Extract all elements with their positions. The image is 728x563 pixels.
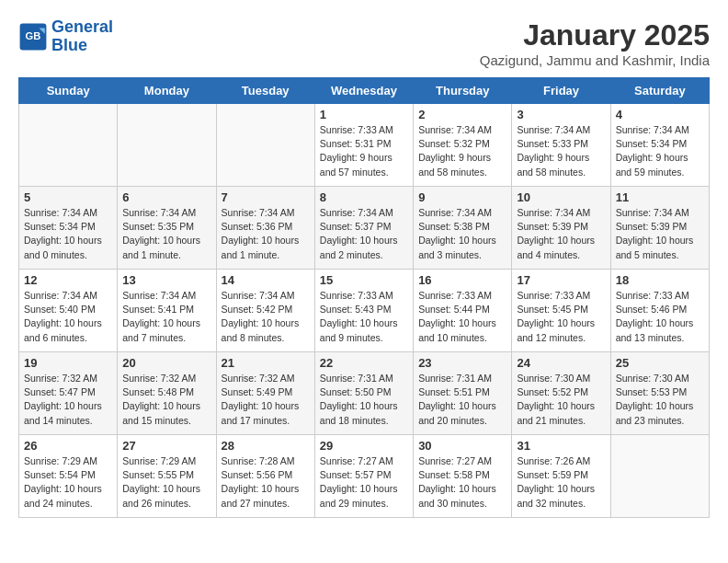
date-number: 29 [320,439,408,453]
date-number: 16 [418,273,506,287]
cell-info: Sunrise: 7:34 AM Sunset: 5:33 PM Dayligh… [517,123,605,179]
table-cell: 5Sunrise: 7:34 AM Sunset: 5:34 PM Daylig… [19,187,118,270]
date-number: 28 [222,439,310,453]
table-cell: 16Sunrise: 7:33 AM Sunset: 5:44 PM Dayli… [414,270,512,352]
cell-info: Sunrise: 7:29 AM Sunset: 5:55 PM Dayligh… [122,454,210,511]
cell-info: Sunrise: 7:27 AM Sunset: 5:57 PM Dayligh… [320,454,408,511]
logo-line1: General [51,17,113,36]
cell-info: Sunrise: 7:34 AM Sunset: 5:39 PM Dayligh… [616,206,704,262]
table-cell: 12Sunrise: 7:34 AM Sunset: 5:40 PM Dayli… [19,270,118,352]
date-number: 9 [418,190,506,204]
cell-info: Sunrise: 7:34 AM Sunset: 5:38 PM Dayligh… [418,206,506,262]
logo-icon: GB [18,22,48,52]
subtitle: Qazigund, Jammu and Kashmir, India [480,52,710,68]
cell-info: Sunrise: 7:33 AM Sunset: 5:31 PM Dayligh… [320,123,408,179]
table-cell: 14Sunrise: 7:34 AM Sunset: 5:42 PM Dayli… [216,270,314,352]
date-number: 3 [517,108,605,121]
cell-info: Sunrise: 7:28 AM Sunset: 5:56 PM Dayligh… [222,454,310,511]
table-cell: 24Sunrise: 7:30 AM Sunset: 5:52 PM Dayli… [512,352,610,435]
table-cell [19,104,118,187]
date-number: 21 [222,356,310,370]
table-cell: 3Sunrise: 7:34 AM Sunset: 5:33 PM Daylig… [512,104,610,187]
cell-info: Sunrise: 7:27 AM Sunset: 5:58 PM Dayligh… [418,454,506,511]
table-cell: 6Sunrise: 7:34 AM Sunset: 5:35 PM Daylig… [118,187,216,270]
table-cell: 31Sunrise: 7:26 AM Sunset: 5:59 PM Dayli… [512,435,610,518]
date-number: 11 [616,190,704,204]
cell-info: Sunrise: 7:30 AM Sunset: 5:53 PM Dayligh… [616,372,704,428]
date-number: 12 [24,273,112,287]
date-number: 20 [122,356,210,370]
cell-info: Sunrise: 7:26 AM Sunset: 5:59 PM Dayligh… [517,454,605,511]
cell-info: Sunrise: 7:33 AM Sunset: 5:45 PM Dayligh… [517,289,605,345]
page-header: GB General Blue January 2025 Qazigund, J… [18,18,710,68]
header-thursday: Thursday [414,78,512,104]
cell-info: Sunrise: 7:34 AM Sunset: 5:32 PM Dayligh… [418,123,506,179]
header-friday: Friday [512,78,610,104]
date-number: 27 [122,439,210,453]
cell-info: Sunrise: 7:34 AM Sunset: 5:34 PM Dayligh… [616,123,704,179]
header-wednesday: Wednesday [314,78,413,104]
table-cell: 29Sunrise: 7:27 AM Sunset: 5:57 PM Dayli… [314,435,413,518]
table-cell: 28Sunrise: 7:28 AM Sunset: 5:56 PM Dayli… [216,435,314,518]
cell-info: Sunrise: 7:34 AM Sunset: 5:41 PM Dayligh… [122,289,210,345]
table-cell: 18Sunrise: 7:33 AM Sunset: 5:46 PM Dayli… [610,270,709,352]
date-number: 14 [222,273,310,287]
date-number: 25 [616,356,704,370]
cell-info: Sunrise: 7:32 AM Sunset: 5:49 PM Dayligh… [222,372,310,428]
cell-info: Sunrise: 7:34 AM Sunset: 5:34 PM Dayligh… [24,206,112,262]
week-row-2: 5Sunrise: 7:34 AM Sunset: 5:34 PM Daylig… [19,187,710,270]
cell-info: Sunrise: 7:31 AM Sunset: 5:51 PM Dayligh… [418,372,506,428]
week-row-1: 1Sunrise: 7:33 AM Sunset: 5:31 PM Daylig… [19,104,710,187]
date-number: 5 [24,190,112,204]
date-number: 17 [517,273,605,287]
table-cell [610,435,709,518]
date-number: 4 [616,108,704,121]
table-cell: 27Sunrise: 7:29 AM Sunset: 5:55 PM Dayli… [118,435,216,518]
cell-info: Sunrise: 7:34 AM Sunset: 5:42 PM Dayligh… [222,289,310,345]
week-row-4: 19Sunrise: 7:32 AM Sunset: 5:47 PM Dayli… [19,352,710,435]
week-row-5: 26Sunrise: 7:29 AM Sunset: 5:54 PM Dayli… [19,435,710,518]
cell-info: Sunrise: 7:34 AM Sunset: 5:40 PM Dayligh… [24,289,112,345]
table-cell [216,104,314,187]
cell-info: Sunrise: 7:34 AM Sunset: 5:35 PM Dayligh… [122,206,210,262]
header-row: SundayMondayTuesdayWednesdayThursdayFrid… [19,78,710,104]
table-cell: 2Sunrise: 7:34 AM Sunset: 5:32 PM Daylig… [414,104,512,187]
table-cell: 17Sunrise: 7:33 AM Sunset: 5:45 PM Dayli… [512,270,610,352]
title-block: January 2025 Qazigund, Jammu and Kashmir… [480,18,710,68]
date-number: 19 [24,356,112,370]
cell-info: Sunrise: 7:34 AM Sunset: 5:36 PM Dayligh… [222,206,310,262]
cell-info: Sunrise: 7:29 AM Sunset: 5:54 PM Dayligh… [24,454,112,511]
logo-text: General Blue [51,18,113,55]
table-cell: 7Sunrise: 7:34 AM Sunset: 5:36 PM Daylig… [216,187,314,270]
table-cell: 1Sunrise: 7:33 AM Sunset: 5:31 PM Daylig… [314,104,413,187]
date-number: 13 [122,273,210,287]
calendar-table: SundayMondayTuesdayWednesdayThursdayFrid… [18,77,710,518]
logo-line2: Blue [51,36,87,54]
table-cell: 11Sunrise: 7:34 AM Sunset: 5:39 PM Dayli… [610,187,709,270]
table-cell: 25Sunrise: 7:30 AM Sunset: 5:53 PM Dayli… [610,352,709,435]
header-monday: Monday [118,78,216,104]
header-saturday: Saturday [610,78,709,104]
date-number: 2 [418,108,506,121]
table-cell: 26Sunrise: 7:29 AM Sunset: 5:54 PM Dayli… [19,435,118,518]
table-cell: 23Sunrise: 7:31 AM Sunset: 5:51 PM Dayli… [414,352,512,435]
date-number: 15 [320,273,408,287]
cell-info: Sunrise: 7:30 AM Sunset: 5:52 PM Dayligh… [517,372,605,428]
table-cell: 22Sunrise: 7:31 AM Sunset: 5:50 PM Dayli… [314,352,413,435]
date-number: 23 [418,356,506,370]
cell-info: Sunrise: 7:34 AM Sunset: 5:39 PM Dayligh… [517,206,605,262]
date-number: 31 [517,439,605,453]
date-number: 30 [418,439,506,453]
table-cell: 13Sunrise: 7:34 AM Sunset: 5:41 PM Dayli… [118,270,216,352]
cell-info: Sunrise: 7:33 AM Sunset: 5:43 PM Dayligh… [320,289,408,345]
date-number: 22 [320,356,408,370]
table-cell [118,104,216,187]
date-number: 7 [222,190,310,204]
cell-info: Sunrise: 7:34 AM Sunset: 5:37 PM Dayligh… [320,206,408,262]
logo: GB General Blue [18,18,113,55]
table-cell: 21Sunrise: 7:32 AM Sunset: 5:49 PM Dayli… [216,352,314,435]
table-cell: 20Sunrise: 7:32 AM Sunset: 5:48 PM Dayli… [118,352,216,435]
date-number: 10 [517,190,605,204]
date-number: 1 [320,108,408,121]
cell-info: Sunrise: 7:31 AM Sunset: 5:50 PM Dayligh… [320,372,408,428]
